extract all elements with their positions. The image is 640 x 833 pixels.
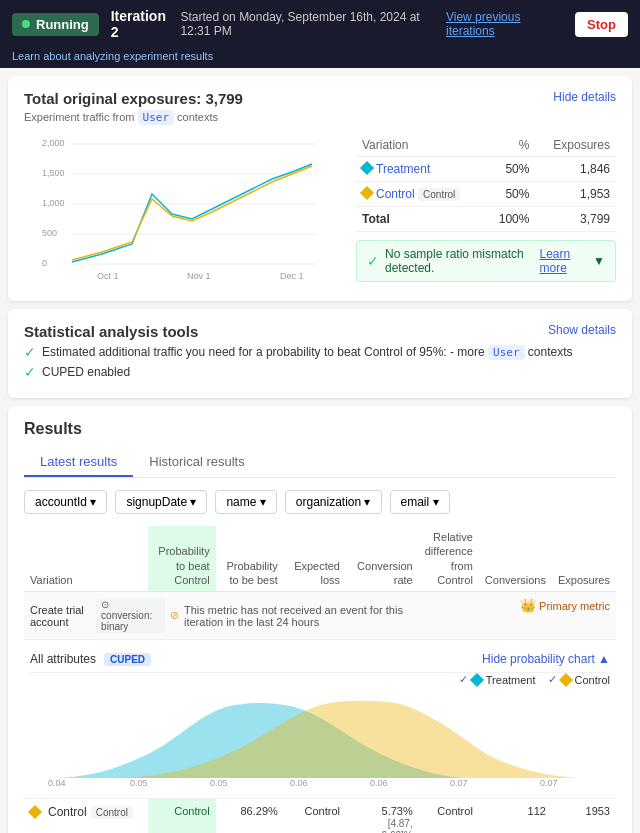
control-exposures: 1,953 <box>535 182 616 207</box>
hide-prob-chart-btn[interactable]: Hide probability chart ▲ <box>482 652 610 666</box>
control-dot <box>28 805 42 819</box>
svg-text:0: 0 <box>42 258 47 268</box>
svg-text:1,500: 1,500 <box>42 168 65 178</box>
view-previous-link[interactable]: View previous iterations <box>446 10 555 38</box>
filter-signupdate[interactable]: signupDate ▾ <box>115 490 207 514</box>
check-icon: ✓ <box>459 673 468 686</box>
tab-historical-results[interactable]: Historical results <box>133 448 260 477</box>
control-exposures: 1953 <box>552 799 616 833</box>
exposures-chart: 2,000 1,500 1,000 500 0 Oct 1 Nov 1 Dec … <box>24 134 340 287</box>
variation-table: Variation % Exposures Treatment 50% 1,84… <box>356 134 616 287</box>
learn-more-link[interactable]: Learn more <box>540 247 588 275</box>
table-row: Treatment 50% 1,846 <box>356 157 616 182</box>
control-variation-cell: Control Control <box>24 799 148 833</box>
variation-col-header: Variation <box>356 134 485 157</box>
probability-chart: 0.04 0.05 0.05 0.06 0.06 0.07 0.07 <box>30 690 610 798</box>
control-dot <box>360 186 374 200</box>
stat-item-2: ✓ CUPED enabled <box>24 364 616 380</box>
learn-link[interactable]: Learn about analyzing experiment results <box>12 50 213 62</box>
check-icon: ✓ <box>24 364 36 380</box>
started-date: Started on Monday, September 16th, 2024 … <box>180 10 434 38</box>
control-tag: Control <box>418 188 460 201</box>
th-exposures: Exposures <box>552 526 616 592</box>
header: Running Iteration 2 Started on Monday, S… <box>0 0 640 48</box>
cuped-badge: CUPED <box>104 653 151 666</box>
svg-text:Nov 1: Nov 1 <box>187 271 211 281</box>
user-context-tag: User <box>138 110 175 125</box>
control-name[interactable]: Control <box>376 187 415 201</box>
svg-text:0.07: 0.07 <box>450 778 468 788</box>
stat-text-2: CUPED enabled <box>42 365 130 379</box>
legend-treatment: ✓ Treatment <box>459 673 536 686</box>
th-prob-beat: Probabilityto beatControl <box>148 526 216 592</box>
filter-email[interactable]: email ▾ <box>390 490 450 514</box>
table-row: Control Control 50% 1,953 <box>356 182 616 207</box>
treatment-name[interactable]: Treatment <box>376 162 430 176</box>
pulse-indicator <box>22 20 30 28</box>
metric-header-row: Create trial account ⊙ conversion: binar… <box>24 592 616 640</box>
legend-control-label: Control <box>575 674 610 686</box>
warning-icon: ⊘ <box>170 609 179 622</box>
conversion-tag: ⊙ conversion: binary <box>96 598 165 633</box>
filter-organization[interactable]: organization ▾ <box>285 490 382 514</box>
stat-title: Statistical analysis tools <box>24 323 198 340</box>
svg-text:1,000: 1,000 <box>42 198 65 208</box>
total-exposures: 3,799 <box>535 207 616 232</box>
control-relative: Control <box>419 799 479 833</box>
svg-text:0.06: 0.06 <box>370 778 388 788</box>
total-percent: 100% <box>485 207 535 232</box>
user-tag: User <box>488 345 525 360</box>
treatment-dot <box>360 161 374 175</box>
treatment-percent: 50% <box>485 157 535 182</box>
control-conversions: 112 <box>479 799 552 833</box>
expand-icon[interactable]: ▼ <box>593 254 605 268</box>
metric-name: Create trial account <box>30 604 91 628</box>
exposures-title: Total original exposures: 3,799 <box>24 90 243 107</box>
th-conversions: Conversions <box>479 526 552 592</box>
treatment-exposures: 1,846 <box>535 157 616 182</box>
running-label: Running <box>36 17 89 32</box>
hide-details-btn[interactable]: Hide details <box>553 90 616 104</box>
svg-text:0.04: 0.04 <box>48 778 66 788</box>
check-icon: ✓ <box>367 253 379 269</box>
check-icon: ✓ <box>548 673 557 686</box>
svg-text:0.05: 0.05 <box>210 778 228 788</box>
filters-row: accountId ▾ signupDate ▾ name ▾ organiza… <box>24 490 616 514</box>
svg-text:Oct 1: Oct 1 <box>97 271 119 281</box>
filter-accountid[interactable]: accountId ▾ <box>24 490 107 514</box>
show-details-btn[interactable]: Show details <box>548 323 616 337</box>
running-badge: Running <box>12 13 99 36</box>
results-table: Variation Probabilityto beatControl Prob… <box>24 526 616 833</box>
attributes-row: All attributes CUPED Hide probability ch… <box>24 640 616 799</box>
total-label: Total <box>356 207 485 232</box>
control-percent: 50% <box>485 182 535 207</box>
svg-text:0.05: 0.05 <box>130 778 148 788</box>
control-conversion: 5.73%[4.87,6.60]% <box>346 799 419 833</box>
results-tabs: Latest results Historical results <box>24 448 616 478</box>
filter-name[interactable]: name ▾ <box>215 490 276 514</box>
control-data-row: Control Control Control 86.29% Control 5… <box>24 799 616 833</box>
results-title: Results <box>24 420 616 438</box>
primary-label: Primary metric <box>539 600 610 612</box>
no-mismatch-text: No sample ratio mismatch detected. <box>385 247 534 275</box>
primary-metric-cell: 👑 Primary metric <box>419 592 616 640</box>
control-diamond <box>558 673 572 687</box>
exposures-section: Total original exposures: 3,799 Experime… <box>8 76 632 301</box>
tab-latest-results[interactable]: Latest results <box>24 448 133 477</box>
treatment-diamond <box>470 673 484 687</box>
check-icon: ✓ <box>24 344 36 360</box>
stop-button[interactable]: Stop <box>575 12 628 37</box>
svg-text:Dec 1: Dec 1 <box>280 271 304 281</box>
control-prob-best: 86.29% <box>216 799 284 833</box>
results-table-wrapper: Variation Probabilityto beatControl Prob… <box>24 526 616 833</box>
stat-text-1: Estimated additional traffic you need fo… <box>42 345 573 359</box>
svg-text:2,000: 2,000 <box>42 138 65 148</box>
table-row: Total 100% 3,799 <box>356 207 616 232</box>
control-variation-name: Control <box>48 805 87 819</box>
svg-text:0.07: 0.07 <box>540 778 558 788</box>
th-prob-best: Probabilityto be best <box>216 526 284 592</box>
all-attributes-label: All attributes <box>30 652 96 666</box>
sub-header: Learn about analyzing experiment results <box>0 48 640 68</box>
exposures-subtitle: Experiment traffic from User contexts <box>24 111 243 124</box>
stat-item-1: ✓ Estimated additional traffic you need … <box>24 344 616 360</box>
